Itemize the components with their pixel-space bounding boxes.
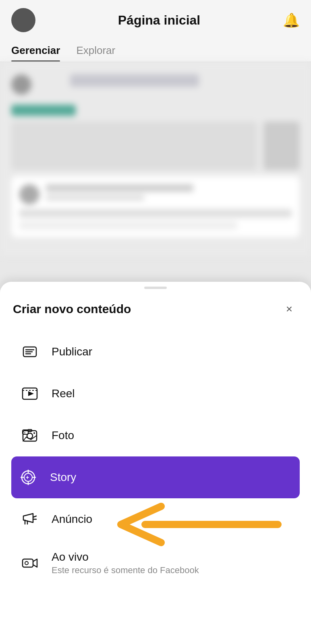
anuncio-text: Anúncio [52, 513, 292, 526]
anuncio-icon [19, 509, 40, 530]
app-header: Página inicial 🔔 [0, 0, 311, 39]
menu-item-story[interactable]: + Story [11, 456, 300, 498]
page-title: Página inicial [118, 13, 201, 28]
blurred-feed [0, 62, 311, 256]
reel-text: Reel [52, 387, 292, 400]
anuncio-label: Anúncio [52, 513, 292, 526]
foto-icon: + [19, 425, 40, 446]
menu-item-anuncio[interactable]: Anúncio [13, 498, 298, 540]
sheet-title: Criar novo conteúdo [13, 302, 131, 316]
reel-label: Reel [52, 387, 292, 400]
story-label: Story [50, 471, 293, 484]
svg-marker-5 [28, 391, 34, 396]
svg-text:+: + [24, 431, 26, 435]
tab-gerenciar[interactable]: Gerenciar [11, 39, 60, 62]
sheet-handle [144, 287, 167, 289]
reel-icon [19, 383, 40, 404]
publicar-icon [19, 341, 40, 362]
avatar [11, 8, 35, 32]
foto-label: Foto [52, 429, 292, 442]
ao-vivo-label: Ao vivo [52, 551, 292, 564]
ao-vivo-sublabel: Este recurso é somente do Facebook [52, 565, 292, 576]
story-text: Story [50, 471, 293, 484]
close-button[interactable]: × [280, 300, 298, 318]
story-icon: + [18, 467, 39, 488]
menu-list: Publicar Reel [0, 331, 311, 586]
bell-icon[interactable]: 🔔 [283, 12, 300, 28]
app-background: Página inicial 🔔 Gerenciar Explorar [0, 0, 311, 290]
menu-item-reel[interactable]: Reel [13, 373, 298, 415]
ao-vivo-text: Ao vivo Este recurso é somente do Facebo… [52, 551, 292, 576]
publicar-label: Publicar [52, 345, 292, 358]
menu-item-ao-vivo[interactable]: Ao vivo Este recurso é somente do Facebo… [13, 540, 298, 586]
menu-item-foto[interactable]: + Foto [13, 415, 298, 456]
bottom-sheet: Criar novo conteúdo × Publicar [0, 282, 311, 644]
tab-bar: Gerenciar Explorar [0, 39, 311, 62]
foto-text: Foto [52, 429, 292, 442]
menu-item-publicar[interactable]: Publicar [13, 331, 298, 373]
svg-point-10 [33, 432, 35, 434]
tab-explorar[interactable]: Explorar [76, 39, 115, 62]
sheet-header: Criar novo conteúdo × [0, 300, 311, 331]
ao-vivo-icon [19, 553, 40, 574]
publicar-text: Publicar [52, 345, 292, 358]
svg-point-29 [25, 561, 28, 565]
svg-text:+: + [26, 474, 29, 481]
